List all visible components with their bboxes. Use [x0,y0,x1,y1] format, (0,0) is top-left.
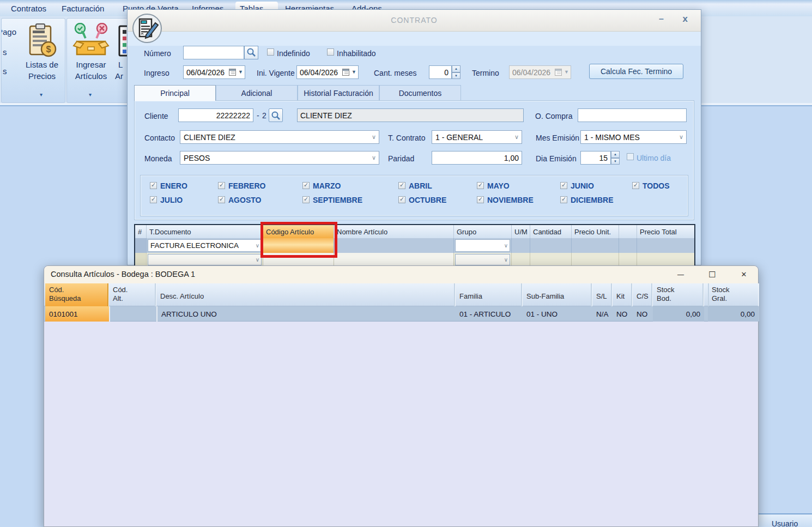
tab-principal[interactable]: Principal [134,85,216,101]
consulta-header-desc[interactable]: Desc. Artículo [156,283,456,306]
contrato-minimize-button[interactable]: – [659,14,664,24]
cell-cs[interactable]: NO [633,306,653,322]
row2-num-cell[interactable] [135,253,147,266]
month-julio-checkbox[interactable] [150,196,157,203]
cell-subfamilia[interactable]: 01 - UNO [523,306,592,322]
row1-precio-total-cell[interactable] [637,238,694,253]
row1-cantidad-cell[interactable] [530,238,572,253]
items-row-1[interactable]: FACTURA ELECTRONICA ∨ ∨ [135,238,694,253]
tcontrato-combo[interactable]: 1 - GENERAL ∨ [432,130,522,144]
row2-nombre-cell[interactable] [334,253,454,266]
row2-blank-cell[interactable] [619,253,637,266]
row1-um-cell[interactable] [512,238,530,253]
month-marzo-checkbox[interactable] [302,182,310,189]
row1-tdocumento-cell[interactable]: FACTURA ELECTRONICA ∨ [147,238,263,253]
contrato-titlebar[interactable]: CONTRATO – x [128,10,701,32]
chevron-down-icon[interactable]: ∨ [256,256,259,262]
row1-num-cell[interactable] [135,238,147,253]
month-febrero-checkbox[interactable] [218,182,225,189]
ingreso-date-dropdown[interactable]: ▼ [238,69,243,75]
month-octubre-checkbox[interactable] [398,196,405,203]
consulta-header-kit[interactable]: Kit [613,283,633,306]
row2-cantidad-cell[interactable] [530,253,572,266]
cell-desc[interactable]: ARTICULO UNO [156,306,456,322]
consulta-header-cs[interactable]: C/S [633,283,653,306]
indefinido-checkbox[interactable] [267,49,274,56]
paridad-input[interactable]: 1,00 [432,151,522,165]
row1-blank-cell[interactable] [619,238,637,253]
consulta-close-button[interactable]: ✕ [732,266,756,283]
month-diciembre-checkbox[interactable] [560,196,567,203]
cell-kit[interactable]: NO [613,306,633,322]
moneda-combo[interactable]: PESOS ∨ [180,151,379,165]
grupo-combo-empty[interactable]: ∨ [455,254,510,265]
ini-vigente-date-dropdown[interactable]: ▼ [352,69,356,75]
consulta-header-stock-bod[interactable]: Stock Bod. [653,283,704,306]
numero-input[interactable] [183,46,244,59]
spin-down-icon[interactable]: ▼ [611,158,620,165]
ingreso-date-input[interactable]: 06/04/2026 ▼ [183,65,245,79]
ultimo-dia-checkbox[interactable] [627,153,634,160]
dia-emision-input[interactable]: 15 [580,151,611,165]
row1-precio-unit-cell[interactable] [572,238,619,253]
chevron-down-icon[interactable]: ∨ [372,154,376,160]
month-septiembre-checkbox[interactable] [302,196,310,203]
consulta-maximize-button[interactable]: ☐ [700,266,724,283]
tab-historial[interactable]: Historial Facturación [298,85,379,101]
month-abril-checkbox[interactable] [398,182,405,189]
ingresar-articulos-button[interactable]: Ingresar Artículos ▾ [69,22,113,101]
items-row-2[interactable]: ∨ ∨ [135,253,694,266]
toolbar-clipped-label-s1[interactable]: s [3,47,7,57]
cant-meses-input[interactable]: 0 [429,65,452,79]
cliente-code-input[interactable]: 22222222 [178,108,253,122]
dia-emision-spinner[interactable]: ▲▼ [611,151,620,165]
contacto-combo[interactable]: CLIENTE DIEZ ∨ [180,130,379,144]
row2-um-cell[interactable] [512,253,530,266]
month-junio-checkbox[interactable] [560,182,567,189]
mes-emision-combo[interactable]: 1 - MISMO MES ∨ [580,130,687,144]
consulta-header-subfamilia[interactable]: Sub-Familia [523,283,592,306]
month-todos-checkbox[interactable] [632,182,639,189]
cell-familia[interactable]: 01 - ARTICULO [456,306,523,322]
toolbar-clipped-label-pago[interactable]: Pago [1,27,16,37]
cell-cod-alt[interactable] [109,306,156,322]
month-enero-checkbox[interactable] [150,182,157,189]
calcula-fec-termino-button[interactable]: Calcula Fec. Termino [589,64,683,79]
cell-sl[interactable]: N/A [592,306,613,322]
month-agosto-checkbox[interactable] [218,196,225,203]
cliente-search-button[interactable] [269,108,283,122]
ingresar-dropdown-arrow[interactable]: ▾ [89,92,92,98]
numero-search-button[interactable] [244,46,258,59]
spin-up-icon[interactable]: ▲ [611,151,620,158]
consulta-header-cod-busqueda[interactable]: Cód. Búsqueda [45,283,109,306]
consulta-header-stock-gral[interactable]: Stock Gral. [708,283,759,306]
inhabilitado-checkbox[interactable] [327,49,334,56]
row1-grupo-cell[interactable]: ∨ [454,238,512,253]
month-noviembre-checkbox[interactable] [477,196,484,203]
contrato-close-button[interactable]: x [683,14,688,25]
ini-vigente-date-input[interactable]: 06/04/2026 ▼ [296,65,359,79]
toolbar-clipped-label-s2[interactable]: s [3,66,7,76]
consulta-header-cod-alt[interactable]: Cód. Alt. [109,283,156,306]
spin-up-icon[interactable]: ▲ [452,65,460,72]
tab-adicional[interactable]: Adicional [216,85,298,101]
menu-item-contratos[interactable]: Contratos [11,4,46,13]
consulta-titlebar[interactable]: Consulta Artículos - Bodega : BODEGA 1 —… [44,266,758,283]
grupo-combo[interactable]: ∨ [455,239,510,252]
cell-stock-bod[interactable]: 0,00 [653,306,704,322]
tab-documentos[interactable]: Documentos [379,85,461,101]
chevron-down-icon[interactable]: ∨ [514,134,519,140]
row2-precio-total-cell[interactable] [637,253,694,266]
consulta-header-familia[interactable]: Familia [456,283,523,306]
ocompra-input[interactable] [578,108,687,122]
chevron-down-icon[interactable]: ∨ [504,256,508,262]
row1-nombre-cell[interactable] [334,238,454,253]
chevron-down-icon[interactable]: ∨ [504,242,508,248]
month-mayo-checkbox[interactable] [477,182,484,189]
tdocumento-combo-empty[interactable]: ∨ [148,254,262,265]
cant-meses-spinner[interactable]: ▲▼ [452,65,460,79]
menu-item-facturacion[interactable]: Facturación [62,4,104,13]
consulta-minimize-button[interactable]: — [669,266,693,283]
chevron-down-icon[interactable]: ∨ [372,134,376,140]
cell-cod-busqueda[interactable]: 0101001 [45,306,109,322]
